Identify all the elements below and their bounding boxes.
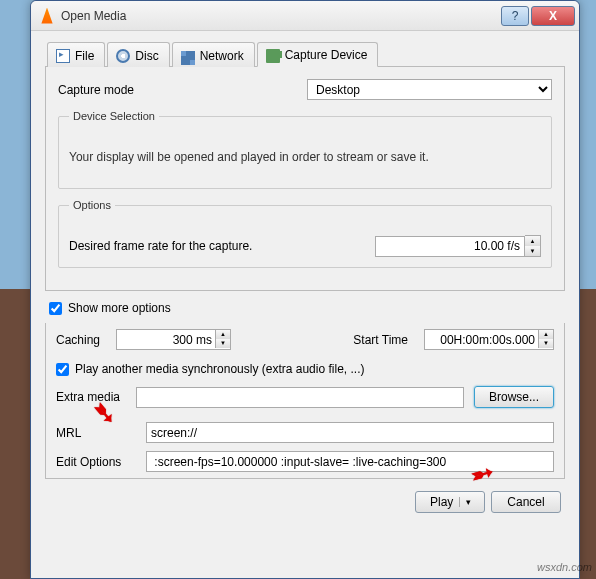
extra-media-label: Extra media [56,390,126,404]
tab-disc-label: Disc [135,49,158,63]
framerate-input[interactable] [375,236,525,257]
start-time-label: Start Time [353,333,408,347]
network-icon [181,51,195,65]
caching-label: Caching [56,333,106,347]
framerate-label: Desired frame rate for the capture. [69,239,252,253]
tab-network[interactable]: Network [172,42,255,67]
vlc-cone-icon [39,8,55,24]
tab-capture-device[interactable]: Capture Device [257,42,379,67]
spinner-up-icon[interactable]: ▲ [525,236,540,246]
show-more-options-checkbox[interactable] [49,302,62,315]
capture-panel: Capture mode Desktop Device Selection Yo… [45,67,565,291]
tab-network-label: Network [200,49,244,63]
caching-spinner[interactable]: ▲ ▼ [215,330,230,348]
device-selection-legend: Device Selection [69,110,159,122]
caching-input[interactable] [116,329,231,350]
device-selection-group: Device Selection Your display will be op… [58,110,552,189]
spinner-up-icon[interactable]: ▲ [215,330,230,339]
open-media-dialog: Open Media ? X File Disc Network Capture… [30,0,580,579]
capture-device-icon [266,49,280,63]
browse-button[interactable]: Browse... [474,386,554,408]
spinner-up-icon[interactable]: ▲ [538,330,553,339]
show-more-options-label: Show more options [68,301,171,315]
mrl-label: MRL [56,426,136,440]
window-title: Open Media [61,9,501,23]
capture-mode-select[interactable]: Desktop [307,79,552,100]
start-time-input[interactable] [424,329,554,350]
file-icon [56,49,70,63]
mrl-input[interactable] [146,422,554,443]
tab-capture-label: Capture Device [285,48,368,62]
dialog-footer: Play Cancel [45,491,565,513]
tab-file[interactable]: File [47,42,105,67]
device-selection-note: Your display will be opened and played i… [69,130,541,178]
play-sync-checkbox[interactable] [56,363,69,376]
capture-mode-label: Capture mode [58,83,134,97]
watermark: wsxdn.com [537,561,592,573]
start-time-spinner[interactable]: ▲ ▼ [538,330,553,348]
titlebar[interactable]: Open Media ? X [31,1,579,31]
framerate-spinner[interactable]: ▲ ▼ [525,235,541,257]
spinner-down-icon[interactable]: ▼ [525,246,540,256]
cancel-button[interactable]: Cancel [491,491,561,513]
options-legend: Options [69,199,115,211]
disc-icon [116,49,130,63]
close-button[interactable]: X [531,6,575,26]
edit-options-label: Edit Options [56,455,136,469]
tab-disc[interactable]: Disc [107,42,169,67]
tab-file-label: File [75,49,94,63]
options-group: Options Desired frame rate for the captu… [58,199,552,268]
extra-media-input[interactable] [136,387,464,408]
play-sync-label: Play another media synchronously (extra … [75,362,364,376]
more-options-panel: Caching ▲ ▼ Start Time ▲ ▼ [45,323,565,479]
spinner-down-icon[interactable]: ▼ [538,339,553,348]
spinner-down-icon[interactable]: ▼ [215,339,230,348]
play-button[interactable]: Play [415,491,485,513]
help-button[interactable]: ? [501,6,529,26]
tab-bar: File Disc Network Capture Device [45,41,565,67]
edit-options-input[interactable] [146,451,554,472]
